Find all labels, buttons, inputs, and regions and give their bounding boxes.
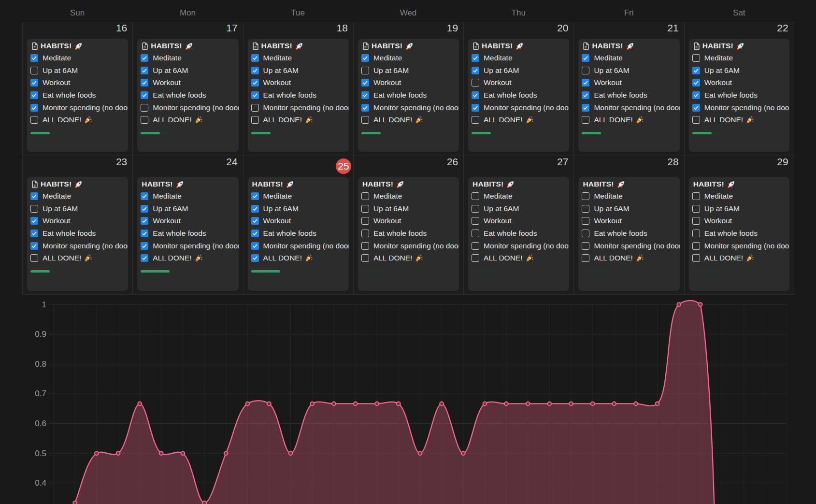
svg-text:0.7: 0.7 (35, 389, 46, 398)
svg-text:0.9: 0.9 (35, 330, 46, 339)
svg-text:1: 1 (42, 300, 46, 309)
svg-text:0.6: 0.6 (35, 419, 46, 428)
svg-text:0.4: 0.4 (35, 478, 46, 488)
svg-text:0.8: 0.8 (35, 360, 46, 369)
svg-text:0.5: 0.5 (35, 449, 46, 458)
